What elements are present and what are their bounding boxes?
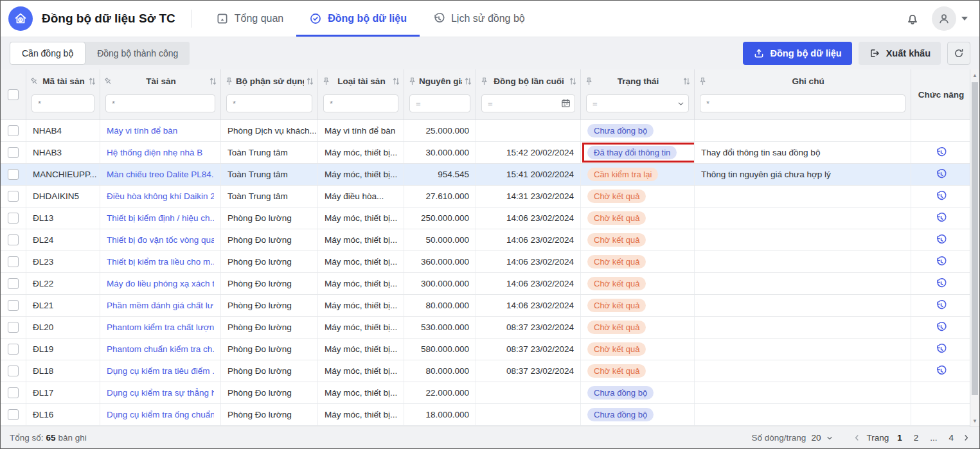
page-1[interactable]: 1 — [894, 433, 905, 443]
asset-link[interactable]: Màn chiếu treo Dalite PL84... — [107, 170, 214, 179]
cell-asset: Thiết bị kiểm định / hiệu ch... — [100, 207, 221, 229]
pin-icon[interactable] — [408, 77, 416, 85]
row-checkbox[interactable] — [8, 191, 19, 202]
table-row: ĐL23Thiết bị kiểm tra liều cho m...Phòng… — [1, 251, 971, 273]
filter-input-type[interactable] — [323, 94, 398, 112]
asset-link[interactable]: Phantom kiểm tra chất lượn... — [107, 322, 214, 332]
asset-link[interactable]: Phần mềm đánh giá chất lư... — [107, 301, 214, 310]
history-button[interactable] — [935, 321, 947, 333]
filter-input-status[interactable] — [586, 94, 689, 112]
pin-icon[interactable] — [480, 77, 488, 85]
sync-data-button[interactable]: Đồng bộ dữ liệu — [743, 42, 852, 65]
page-2[interactable]: 2 — [911, 433, 922, 443]
sort-icon[interactable] — [89, 77, 96, 85]
rows-per-page-select[interactable]: Số dòng/trang 20 — [752, 433, 834, 443]
sort-icon[interactable] — [393, 77, 400, 85]
tab-overview[interactable]: Tổng quan — [203, 1, 297, 37]
toggle-sync-success[interactable]: Đồng bộ thành công — [85, 42, 190, 65]
column-header-type[interactable]: Loại tài sản — [318, 69, 404, 93]
sort-icon[interactable] — [209, 77, 217, 85]
app-window: Đồng bộ dữ liệu Sở TC Tổng quan Đồng bộ … — [0, 0, 980, 449]
next-page-button[interactable] — [962, 434, 970, 442]
sort-icon[interactable] — [569, 77, 576, 85]
row-checkbox[interactable] — [8, 256, 19, 267]
asset-link[interactable]: Máy vi tính để bàn — [107, 126, 177, 136]
refresh-button[interactable] — [947, 42, 970, 65]
filter-input-cost[interactable] — [409, 94, 470, 112]
asset-link[interactable]: Thiết bị kiểm định / hiệu ch... — [107, 213, 214, 223]
filter-input-note[interactable] — [700, 94, 905, 112]
history-button[interactable] — [935, 277, 947, 290]
export-button[interactable]: Xuất khẩu — [859, 42, 941, 65]
notification-bell-icon[interactable] — [905, 11, 920, 26]
column-header-department[interactable]: Bộ phận sử dụng — [221, 69, 318, 93]
asset-link[interactable]: Thiết bị kiểm tra liều cho m... — [107, 257, 214, 267]
history-button[interactable] — [935, 343, 947, 355]
history-button[interactable] — [935, 212, 947, 224]
prev-page-button[interactable] — [853, 434, 861, 442]
asset-link[interactable]: Máy đo liều phóng xạ xách t... — [107, 279, 214, 288]
scroll-down-arrow[interactable]: ▼ — [970, 416, 979, 425]
column-header-asset[interactable]: Tài sản — [100, 69, 221, 93]
user-menu[interactable] — [932, 6, 968, 31]
filter-input-last_sync[interactable] — [481, 94, 575, 112]
history-button[interactable] — [935, 234, 947, 246]
cell-department: Phòng Đo lường — [221, 317, 318, 338]
sort-icon[interactable] — [465, 77, 472, 85]
asset-link[interactable]: Phantom chuẩn kiểm tra ch... — [107, 344, 214, 354]
tab-label: Lịch sử đồng bộ — [451, 13, 525, 24]
filter-input-department[interactable] — [226, 94, 312, 112]
history-button[interactable] — [935, 190, 947, 202]
tab-sync-data[interactable]: Đồng bộ dữ liệu — [296, 1, 420, 37]
column-header-cost[interactable]: Nguyên giá — [404, 69, 476, 93]
sort-icon[interactable] — [307, 77, 314, 85]
history-button[interactable] — [935, 256, 947, 268]
column-filter-last_sync — [476, 93, 581, 119]
asset-link[interactable]: Dụng cụ kiểm tra tiêu điểm ... — [107, 366, 214, 376]
row-checkbox[interactable] — [8, 278, 19, 289]
filter-input-asset[interactable] — [105, 94, 215, 112]
column-header-status[interactable]: Trạng thái — [581, 69, 695, 93]
row-checkbox[interactable] — [8, 147, 19, 158]
asset-link[interactable]: Điều hòa không khí Daikin 2... — [107, 191, 214, 201]
pin-icon[interactable] — [699, 77, 707, 85]
row-checkbox[interactable] — [8, 300, 19, 311]
column-header-code[interactable]: Mã tài sản — [26, 69, 100, 93]
column-header-note[interactable]: Ghi chú — [695, 69, 911, 93]
asset-link[interactable]: Thiết bị đo vận tốc vòng quay — [107, 235, 214, 245]
row-checkbox[interactable] — [8, 234, 19, 245]
tab-sync-history[interactable]: Lịch sử đồng bộ — [420, 1, 538, 37]
cell-cost: 18.000.000 — [404, 404, 476, 425]
pinned-icon[interactable] — [104, 77, 112, 85]
row-checkbox[interactable] — [8, 409, 19, 420]
pin-icon[interactable] — [585, 77, 593, 85]
pin-icon[interactable] — [225, 77, 233, 85]
row-checkbox[interactable] — [8, 169, 19, 180]
pinned-icon[interactable] — [30, 77, 39, 85]
asset-link[interactable]: Dụng cụ kiểm tra sự thẳng h... — [107, 388, 214, 398]
row-checkbox[interactable] — [8, 387, 19, 398]
scrollbar-thumb[interactable] — [972, 82, 978, 395]
row-checkbox[interactable] — [8, 322, 19, 333]
page-4[interactable]: 4 — [945, 433, 957, 443]
row-checkbox[interactable] — [8, 125, 19, 136]
row-checkbox[interactable] — [8, 365, 19, 376]
pin-icon[interactable] — [322, 77, 330, 85]
scroll-up-arrow[interactable]: ▲ — [970, 71, 979, 80]
cell-type: Máy móc, thiết bị... — [318, 229, 404, 251]
cell-type: Máy móc, thiết bị... — [318, 317, 404, 338]
row-checkbox[interactable] — [8, 344, 19, 355]
vertical-scrollbar[interactable]: ▲ ▼ — [970, 69, 979, 427]
history-button[interactable] — [935, 168, 947, 180]
toggle-need-sync[interactable]: Cần đồng bộ — [10, 42, 85, 65]
column-header-last_sync[interactable]: Đồng bộ lần cuối — [476, 69, 581, 93]
row-checkbox[interactable] — [8, 213, 19, 224]
filter-input-code[interactable] — [31, 94, 94, 112]
sort-icon[interactable] — [683, 77, 690, 85]
history-button[interactable] — [935, 365, 947, 377]
select-all-checkbox[interactable] — [8, 89, 19, 100]
history-button[interactable] — [935, 146, 947, 159]
history-button[interactable] — [935, 299, 947, 312]
asset-link[interactable]: Hệ thống điện nhẹ nhà B — [107, 148, 202, 157]
asset-link[interactable]: Dụng cụ kiểm tra ống chuẩn... — [107, 410, 214, 419]
